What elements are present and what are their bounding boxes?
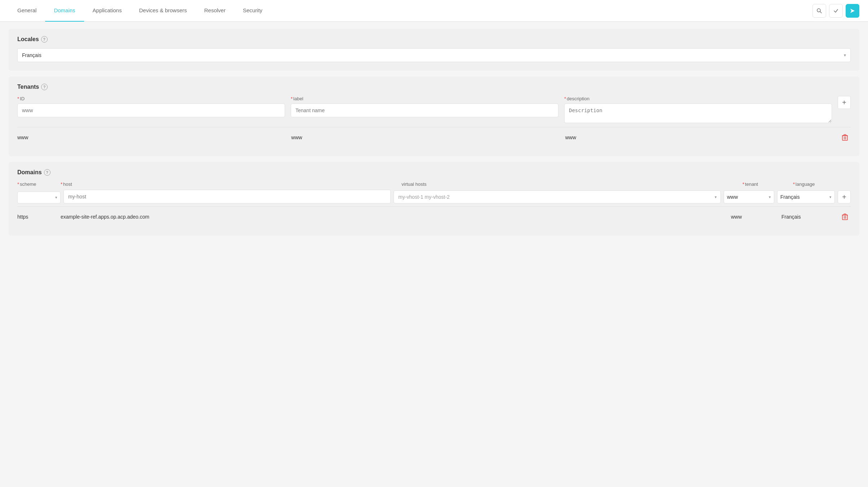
- scheme-arrow-icon: ▾: [55, 195, 57, 200]
- tenants-add-wrapper: +: [838, 96, 851, 109]
- domains-section: Domains ? *scheme *host virtual hosts *t…: [9, 162, 859, 236]
- tenant-delete-button[interactable]: [839, 132, 851, 143]
- domains-table: https example-site-ref.apps.op.acp.adeo.…: [17, 206, 851, 227]
- vhosts-arrow-icon: ▾: [715, 195, 717, 199]
- domains-tenant-header: *tenant: [742, 181, 793, 187]
- svg-marker-2: [850, 9, 855, 13]
- language-arrow-icon: ▾: [829, 195, 832, 199]
- tab-security[interactable]: Security: [234, 0, 271, 22]
- tab-general[interactable]: General: [9, 0, 45, 22]
- tab-resolver[interactable]: Resolver: [196, 0, 234, 22]
- top-nav-actions: [812, 4, 859, 18]
- tenants-title: Tenants ?: [17, 84, 851, 90]
- nav-tabs: General Domains Applications Devices & b…: [9, 0, 812, 22]
- tab-applications[interactable]: Applications: [84, 0, 131, 22]
- locales-help-icon[interactable]: ?: [41, 36, 48, 43]
- tab-domains[interactable]: Domains: [45, 0, 84, 22]
- trash-icon: [842, 214, 848, 220]
- domain-host-cell: example-site-ref.apps.op.acp.adeo.com: [61, 214, 396, 220]
- domains-form-row: ▾ my-vhost-1 my-vhost-2 ▾ www ▾ Français…: [17, 190, 851, 203]
- search-icon: [816, 8, 822, 14]
- domain-delete-button[interactable]: [839, 211, 851, 223]
- tenants-label-field: *label: [291, 96, 558, 117]
- locales-select[interactable]: Français English: [18, 49, 850, 62]
- domains-column-headers: *scheme *host virtual hosts *tenant *lan…: [17, 181, 851, 187]
- tenant-description-cell: www: [565, 135, 839, 140]
- domains-tenant-select[interactable]: www ▾: [724, 190, 774, 203]
- tab-devices-browsers[interactable]: Devices & browsers: [130, 0, 196, 22]
- domain-tenant-cell: www: [731, 214, 781, 220]
- domains-vhosts-header: virtual hosts: [402, 181, 742, 187]
- tenants-id-label: *ID: [17, 96, 285, 117]
- tenant-label-cell: www: [291, 135, 565, 140]
- main-content: Locales ? Français English ▾ Tenants ? *…: [0, 22, 868, 243]
- svg-rect-12: [844, 214, 846, 215]
- domains-scheme-select[interactable]: ▾: [17, 192, 61, 203]
- table-row: www www www: [17, 127, 851, 148]
- trash-icon: [842, 134, 848, 141]
- tenants-section: Tenants ? *ID *label *description +: [9, 76, 859, 156]
- tenant-arrow-icon: ▾: [769, 195, 771, 199]
- tenant-id-cell: www: [17, 135, 291, 140]
- top-nav: General Domains Applications Devices & b…: [0, 0, 868, 22]
- tenants-help-icon[interactable]: ?: [41, 84, 48, 90]
- tenants-id-input[interactable]: [17, 104, 285, 117]
- domains-add-button[interactable]: +: [838, 190, 851, 203]
- domains-host-input[interactable]: [63, 190, 391, 203]
- domains-language-header: *language: [793, 181, 851, 187]
- svg-rect-7: [844, 135, 846, 136]
- domains-vhosts-select[interactable]: my-vhost-1 my-vhost-2 ▾: [394, 190, 721, 203]
- check-button[interactable]: [829, 4, 843, 18]
- locales-title: Locales ?: [17, 36, 851, 43]
- send-icon: [850, 8, 855, 14]
- domains-scheme-header: *scheme: [17, 181, 61, 187]
- domain-language-cell: Français: [781, 214, 839, 220]
- tenants-description-input[interactable]: [564, 104, 832, 123]
- tenants-description-field: *description: [564, 96, 832, 124]
- search-button[interactable]: [812, 4, 826, 18]
- domains-help-icon[interactable]: ?: [44, 169, 51, 176]
- locales-select-wrapper: Français English ▾: [17, 48, 851, 62]
- locales-section: Locales ? Français English ▾: [9, 29, 859, 71]
- svg-line-1: [820, 12, 821, 13]
- svg-rect-3: [842, 136, 847, 140]
- tenants-add-button[interactable]: +: [838, 96, 851, 109]
- tenants-form-header: *ID *label *description +: [17, 96, 851, 124]
- domains-host-header: *host: [61, 181, 402, 187]
- domains-language-select[interactable]: Français ▾: [777, 190, 835, 203]
- domain-scheme-cell: https: [17, 214, 61, 220]
- tenants-label-input[interactable]: [291, 104, 558, 117]
- domains-title: Domains ?: [17, 169, 851, 176]
- svg-rect-8: [842, 215, 847, 220]
- tenants-table: www www www: [17, 127, 851, 148]
- check-icon: [833, 8, 839, 14]
- table-row: https example-site-ref.apps.op.acp.adeo.…: [17, 206, 851, 227]
- send-button[interactable]: [846, 4, 859, 18]
